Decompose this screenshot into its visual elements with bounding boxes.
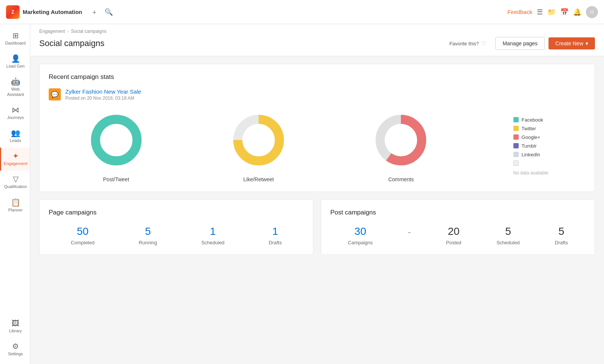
feedback-link[interactable]: Feedback <box>507 9 532 15</box>
chart-like-retweet-label: Like/Retweet <box>243 176 274 182</box>
page-stat-drafts-value: 1 <box>272 225 278 238</box>
sidebar-item-label: Qualification <box>4 184 27 189</box>
legend-googleplus: Google+ <box>513 134 549 140</box>
legend-dot-tumblr <box>513 143 519 148</box>
web-assistant-icon: 🤖 <box>11 78 20 85</box>
sidebar-item-label: Planner <box>8 208 23 213</box>
dashboard-icon: ⊞ <box>12 32 19 39</box>
page-stat-scheduled-value: 1 <box>210 225 216 238</box>
page-campaigns-stats: 50 Completed 5 Running 1 Scheduled 1 <box>49 225 304 245</box>
post-stat-campaigns-value: 30 <box>354 225 366 238</box>
post-stat-posted-label: Posted <box>446 240 461 245</box>
post-stat-posted-value: 20 <box>448 225 459 238</box>
user-avatar[interactable]: U <box>586 6 598 18</box>
folder-icon[interactable]: 📁 <box>547 8 556 16</box>
legend-dot-googleplus <box>513 134 519 140</box>
sidebar-item-dashboard[interactable]: ⊞ Dashboard <box>0 27 30 50</box>
chart-comments-label: Comments <box>388 176 414 182</box>
sidebar-item-settings[interactable]: ⚙ Settings <box>4 338 26 361</box>
sidebar-item-planner[interactable]: 📋 Planner <box>0 194 30 217</box>
sidebar-item-label: Leads <box>10 138 21 143</box>
sidebar-item-label: Lead Gen <box>6 64 25 69</box>
sidebar-bottom: 🖼 Library ⚙ Settings <box>4 315 26 361</box>
legend-linkedin: LinkedIn <box>513 152 549 157</box>
charts-row: Post/Tweet Like/Retweet <box>49 110 586 182</box>
header-right: Favorite this? ♡ Manage pages Create New… <box>449 37 595 50</box>
manage-pages-button[interactable]: Manage pages <box>495 37 545 50</box>
sidebar-item-leadgen[interactable]: 👤 Lead Gen <box>0 50 30 73</box>
logo-icon: Z <box>6 5 20 19</box>
campaign-date: Posted on 20 Nov 2018, 03:18 AM <box>65 96 141 101</box>
sidebar-item-leads[interactable]: 👥 Leads <box>0 125 30 148</box>
legend-label-facebook: Facebook <box>522 117 543 123</box>
page-stat-completed-label: Completed <box>71 240 95 245</box>
sidebar-item-label: Journeys <box>7 115 24 120</box>
sidebar-item-label: Library <box>9 329 22 333</box>
create-new-button[interactable]: Create New ▾ <box>549 37 595 49</box>
header-buttons: Manage pages Create New ▾ <box>495 37 595 50</box>
donut-chart-comments <box>371 110 431 170</box>
donut-chart-post <box>86 110 146 170</box>
app-name: Marketing Automation <box>23 9 82 15</box>
svg-point-1 <box>96 119 137 161</box>
page-stat-running-label: Running <box>139 240 157 245</box>
recent-stats-title: Recent campaign stats <box>49 73 586 81</box>
dropdown-arrow-icon: ▾ <box>586 40 588 46</box>
page-header: Engagement › Social campaigns Social cam… <box>30 24 604 56</box>
bell-icon[interactable]: 🔔 <box>573 8 581 16</box>
post-stat-separator: - <box>408 227 411 237</box>
sidebar-item-journeys[interactable]: ⋈ Journeys <box>0 102 30 125</box>
campaign-icon: 💬 <box>49 88 61 100</box>
sidebar-item-label: Settings <box>8 352 23 356</box>
legend-label-googleplus: Google+ <box>522 134 541 140</box>
chart-legend: Facebook Twitter Google+ Tumblr <box>513 117 549 176</box>
legend-dot-nodata <box>513 160 519 166</box>
search-button[interactable]: 🔍 <box>103 6 115 18</box>
breadcrumb-parent[interactable]: Engagement <box>39 29 65 34</box>
library-icon: 🖼 <box>12 319 19 327</box>
sidebar-item-qualification[interactable]: ▽ Qualification <box>0 171 30 194</box>
post-stat-campaigns-label: Campaigns <box>348 240 373 245</box>
chart-comments: Comments <box>371 110 431 182</box>
sidebar-item-label: Dashboard <box>5 41 26 46</box>
page-campaigns-card: Page campaigns 50 Completed 5 Running 1 <box>39 199 313 255</box>
favorite-label: Favorite this? <box>449 41 479 46</box>
page-stat-completed: 50 Completed <box>71 225 95 245</box>
recent-stats-card: Recent campaign stats 💬 Zylker Fashion N… <box>39 64 595 192</box>
chart-post-tweet: Post/Tweet <box>86 110 146 182</box>
post-stat-drafts: 5 Drafts <box>555 225 568 245</box>
sidebar-item-web-assistant[interactable]: 🤖 Web Assistant <box>0 73 30 101</box>
post-stat-posted: 20 Posted <box>446 225 461 245</box>
legend-dot-facebook <box>513 117 519 122</box>
campaign-info: 💬 Zylker Fashion New Year Sale Posted on… <box>49 88 586 101</box>
main-layout: ⊞ Dashboard 👤 Lead Gen 🤖 Web Assistant ⋈… <box>0 24 604 364</box>
breadcrumb: Engagement › Social campaigns <box>39 29 595 34</box>
page-stat-scheduled: 1 Scheduled <box>201 225 224 245</box>
list-icon[interactable]: ☰ <box>537 8 543 16</box>
page-title-row: Social campaigns Favorite this? ♡ Manage… <box>39 37 595 56</box>
engagement-icon: ✦ <box>12 152 19 160</box>
page-stat-scheduled-label: Scheduled <box>201 240 224 245</box>
sidebar-item-engagement[interactable]: ✦ Engagement <box>0 148 30 171</box>
calendar-icon[interactable]: 📅 <box>560 8 569 16</box>
chart-like-retweet: Like/Retweet <box>228 110 289 182</box>
no-data-label: No data available <box>513 170 549 176</box>
sidebar-item-library[interactable]: 🖼 Library <box>4 315 26 338</box>
campaign-details: Zylker Fashion New Year Sale Posted on 2… <box>65 88 141 101</box>
search-icon: 🔍 <box>105 8 113 16</box>
sidebar-item-label: Web Assistant <box>4 87 27 97</box>
app-logo: Z Marketing Automation <box>6 5 82 19</box>
page-stat-drafts: 1 Drafts <box>269 225 282 245</box>
page-stat-drafts-label: Drafts <box>269 240 282 245</box>
heart-icon[interactable]: ♡ <box>481 40 486 47</box>
campaign-name[interactable]: Zylker Fashion New Year Sale <box>65 88 141 95</box>
page-campaigns-title: Page campaigns <box>49 209 304 216</box>
campaigns-row: Page campaigns 50 Completed 5 Running 1 <box>39 199 595 255</box>
page-stat-completed-value: 50 <box>77 225 88 238</box>
post-campaigns-card: Post campaigns 30 Campaigns - 20 Posted … <box>321 199 595 255</box>
post-campaigns-stats: 30 Campaigns - 20 Posted 5 Scheduled <box>330 225 586 245</box>
post-stat-drafts-label: Drafts <box>555 240 568 245</box>
legend-label-linkedin: LinkedIn <box>522 152 540 157</box>
add-button[interactable]: ＋ <box>88 6 100 18</box>
leadgen-icon: 👤 <box>11 55 20 62</box>
